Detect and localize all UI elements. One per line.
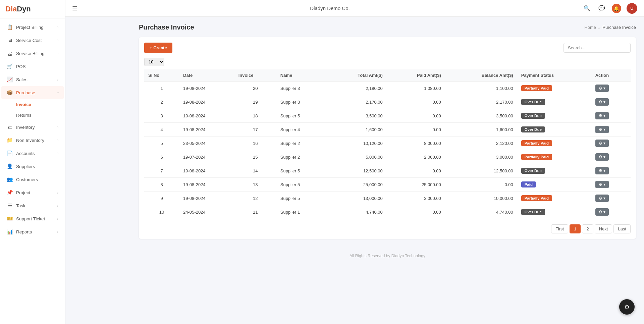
sidebar-item-project[interactable]: 📌 Project › [1, 186, 64, 199]
notification-icon[interactable]: 🔔 [612, 4, 621, 13]
cell-3: Supplier 3 [276, 95, 327, 109]
cell-2: 17 [234, 123, 276, 137]
last-page-btn[interactable]: Last [613, 224, 631, 233]
action-button[interactable]: ⚙ ▾ [595, 112, 609, 119]
topbar: ☰ Diadyn Demo Co. 🔍 💬 🔔 U [65, 0, 644, 17]
sidebar-label-service-billing: Service Billing [16, 51, 45, 56]
breadcrumb: Home » Purchase Invoice [584, 25, 636, 30]
action-button[interactable]: ⚙ ▾ [595, 195, 609, 202]
sidebar-item-customers[interactable]: 👥 Customers [1, 173, 64, 186]
cell-2: 18 [234, 109, 276, 123]
logo: DiaDyn [0, 0, 65, 18]
cell-5: 25,000.00 [387, 178, 445, 192]
first-page-btn[interactable]: First [551, 224, 568, 233]
cell-0: 3 [144, 109, 179, 123]
create-button[interactable]: + Create [144, 43, 172, 53]
chevron-icon-service-billing: › [57, 52, 58, 55]
purchase-submenu: InvoiceReturns [0, 99, 65, 120]
table-row: 219-08-202419Supplier 32,170.000.002,170… [144, 95, 631, 109]
cell-0: 8 [144, 178, 179, 192]
next-page-btn[interactable]: Next [595, 224, 612, 233]
sidebar-item-service-cost[interactable]: 🖥 Service Cost › [1, 34, 64, 47]
search-input[interactable] [564, 43, 631, 53]
cell-6: 3,500.00 [445, 109, 517, 123]
sidebar-item-support-ticket[interactable]: 🎫 Support Ticket › [1, 212, 64, 225]
cell-6: 1,100.00 [445, 82, 517, 95]
status-badge: Partially Paid [521, 195, 552, 201]
table-row: 619-07-202415Supplier 25,000.002,000.003… [144, 150, 631, 164]
col-header-2: Invoice [234, 69, 276, 82]
cell-3: Supplier 5 [276, 164, 327, 178]
cell-3: Supplier 4 [276, 123, 327, 137]
cell-4: 13,000.00 [327, 192, 387, 205]
sidebar-item-service-billing[interactable]: 🖨 Service Billing › [1, 47, 64, 60]
cell-1: 24-05-2024 [179, 205, 234, 219]
action-button[interactable]: ⚙ ▾ [595, 126, 609, 133]
cell-5: 0.00 [387, 95, 445, 109]
action-button[interactable]: ⚙ ▾ [595, 85, 609, 92]
table-row: 719-08-202414Supplier 512,500.000.0012,5… [144, 164, 631, 178]
sidebar-item-suppliers[interactable]: 👤 Suppliers [1, 160, 64, 173]
sidebar-item-purchase[interactable]: 📦 Purchase › [1, 86, 64, 99]
cell-6: 3,000.00 [445, 150, 517, 164]
sidebar-item-reports[interactable]: 📊 Reports › [1, 225, 64, 238]
sidebar-item-non-inventory[interactable]: 📁 Non Inventory › [1, 134, 64, 147]
cell-0: 6 [144, 150, 179, 164]
sidebar-label-non-inventory: Non Inventory [16, 138, 44, 143]
action-button[interactable]: ⚙ ▾ [595, 181, 609, 188]
cell-2: 20 [234, 82, 276, 95]
cell-1: 19-08-2024 [179, 109, 234, 123]
sidebar-item-project-billing[interactable]: 📋 Project Billing › [1, 21, 64, 34]
breadcrumb-home[interactable]: Home [584, 25, 596, 30]
chat-icon[interactable]: 💬 [597, 4, 606, 13]
sidebar-label-project-billing: Project Billing [16, 25, 44, 30]
sidebar-label-reports: Reports [16, 229, 32, 234]
cell-6: 4,740.00 [445, 205, 517, 219]
action-button[interactable]: ⚙ ▾ [595, 167, 609, 174]
sidebar-sub-item-returns[interactable]: Returns [1, 110, 64, 120]
col-header-5: Paid Amt($) [387, 69, 445, 82]
cell-1: 19-08-2024 [179, 192, 234, 205]
page-btn-1[interactable]: 1 [570, 224, 581, 233]
table-row: 919-08-202412Supplier 513,000.003,000.00… [144, 192, 631, 205]
sidebar-item-inventory[interactable]: 🏷 Inventory › [1, 121, 64, 133]
hamburger-icon[interactable]: ☰ [72, 5, 77, 12]
chevron-icon-non-inventory: › [57, 139, 58, 142]
action-button[interactable]: ⚙ ▾ [595, 98, 609, 106]
sidebar-label-customers: Customers [16, 177, 38, 182]
action-button[interactable]: ⚙ ▾ [595, 208, 609, 216]
action-button[interactable]: ⚙ ▾ [595, 140, 609, 147]
per-page-wrap: 102550100 [144, 58, 631, 66]
main-content: Purchase Invoice Home » Purchase Invoice… [131, 17, 644, 324]
col-header-6: Balance Amt($) [445, 69, 517, 82]
sidebar-item-task[interactable]: ☰ Task › [1, 199, 64, 212]
non-inventory-icon: 📁 [7, 137, 13, 143]
action-button[interactable]: ⚙ ▾ [595, 153, 609, 161]
cell-6: 1,600.00 [445, 123, 517, 137]
sidebar-label-sales: Sales [16, 77, 28, 82]
page-title: Purchase Invoice [139, 23, 194, 31]
col-header-7: Payment Status [517, 69, 591, 82]
cell-4: 2,170.00 [327, 95, 387, 109]
page-btn-2[interactable]: 2 [582, 224, 593, 233]
settings-fab[interactable]: ⚙ [619, 299, 635, 315]
sidebar-item-sales[interactable]: 📈 Sales › [1, 73, 64, 86]
cell-2: 11 [234, 205, 276, 219]
inventory-icon: 🏷 [7, 124, 13, 130]
cell-0: 9 [144, 192, 179, 205]
cell-3: Supplier 5 [276, 192, 327, 205]
pagination: First12NextLast [144, 224, 631, 233]
col-header-8: Action [591, 69, 631, 82]
support-ticket-icon: 🎫 [7, 216, 13, 222]
cell-1: 19-08-2024 [179, 164, 234, 178]
status-badge: Over Due [521, 113, 545, 119]
search-icon[interactable]: 🔍 [582, 4, 592, 13]
sidebar-sub-item-invoice[interactable]: Invoice [1, 99, 64, 110]
avatar[interactable]: U [627, 3, 637, 14]
per-page-select[interactable]: 102550100 [144, 58, 164, 66]
purchase-icon: 📦 [7, 90, 13, 96]
sidebar-item-accounts[interactable]: 📄 Accounts › [1, 147, 64, 160]
cell-4: 10,120.00 [327, 137, 387, 150]
table-card: + Create 102550100 Si NoDateInvoiceNameT… [139, 37, 636, 239]
sidebar-item-pos[interactable]: 🛒 POS [1, 60, 64, 73]
